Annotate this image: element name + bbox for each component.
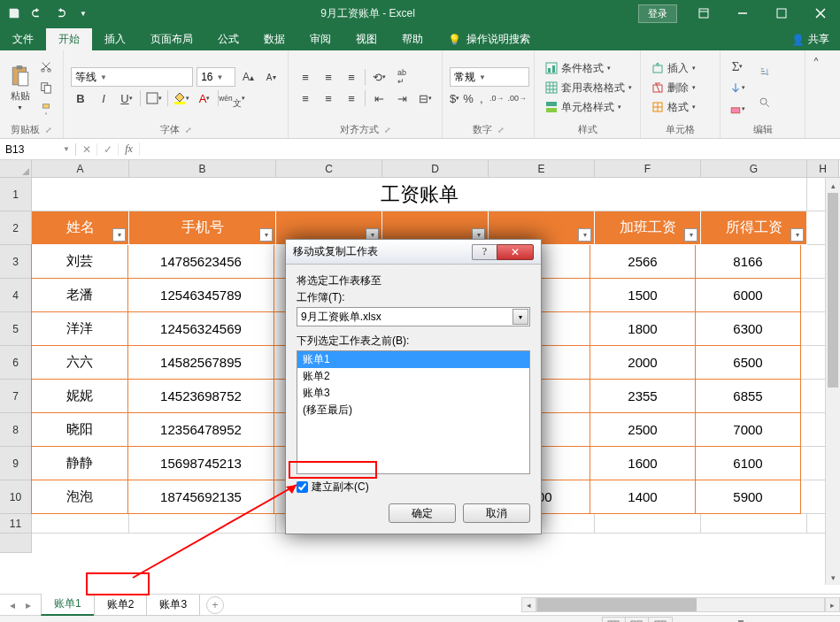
create-copy-checkbox[interactable] <box>297 481 308 493</box>
row-header[interactable]: 2 <box>0 211 32 245</box>
table-format-button[interactable]: 套用表格格式▾ <box>542 79 636 96</box>
sheet-tab[interactable]: 账单3 <box>146 595 200 616</box>
ok-button[interactable]: 确定 <box>389 503 456 523</box>
tab-formulas[interactable]: 公式 <box>205 28 251 50</box>
cell[interactable]: 2355 <box>590 379 696 413</box>
cancel-button[interactable]: 取消 <box>463 503 530 523</box>
dialog-help-button[interactable]: ? <box>472 244 497 260</box>
new-sheet-button[interactable]: + <box>206 596 224 614</box>
hscroll-right-button[interactable]: ▸ <box>825 597 840 612</box>
cell[interactable]: 18745692135 <box>127 480 274 514</box>
col-header-g[interactable]: G <box>701 160 807 177</box>
row-header[interactable]: 8 <box>0 413 32 447</box>
list-item[interactable]: (移至最后) <box>297 402 529 419</box>
col-header-e[interactable]: E <box>489 160 595 177</box>
tab-review[interactable]: 审阅 <box>297 28 343 50</box>
scroll-down-button[interactable]: ▾ <box>826 570 840 585</box>
cell[interactable]: 6000 <box>695 278 801 312</box>
cancel-formula-button[interactable]: ✕ <box>76 143 97 156</box>
wrap-text-button[interactable]: ab↵ <box>392 67 412 87</box>
cell[interactable]: 1500 <box>590 278 696 312</box>
font-size-combo[interactable]: 16▼ <box>197 67 235 87</box>
increase-indent-button[interactable]: ⇥ <box>392 88 412 108</box>
tell-me[interactable]: 💡 操作说明搜索 <box>435 28 543 50</box>
paste-button[interactable]: 粘贴 ▼ <box>7 58 33 117</box>
cell[interactable]: 2566 <box>590 244 696 279</box>
select-all-button[interactable] <box>0 160 32 177</box>
list-item[interactable]: 账单1 <box>297 351 529 368</box>
row-header[interactable]: 6 <box>0 346 32 380</box>
sheet-list[interactable]: 账单1 账单2 账单3 (移至最后) <box>297 350 530 474</box>
cell[interactable]: 2000 <box>590 345 696 380</box>
font-color-button[interactable]: A▾ <box>195 88 214 108</box>
tab-view[interactable]: 视图 <box>343 28 389 50</box>
table-header-cell[interactable]: 所得工资▾ <box>701 211 807 245</box>
hscroll-thumb[interactable] <box>537 598 697 611</box>
accounting-format-button[interactable]: $▾ <box>450 88 459 108</box>
fill-color-button[interactable]: ▾ <box>172 88 191 108</box>
sheet-nav-prev[interactable]: ◂ <box>5 599 19 611</box>
hscroll-left-button[interactable]: ◂ <box>521 597 536 612</box>
bold-button[interactable]: B <box>71 88 90 108</box>
enter-formula-button[interactable]: ✓ <box>97 143 119 156</box>
filter-arrow-icon[interactable]: ▾ <box>578 228 591 242</box>
maximize-button[interactable] <box>762 0 801 27</box>
minimize-button[interactable] <box>723 0 762 27</box>
cell[interactable]: 洋洋 <box>31 311 128 346</box>
row-header[interactable]: 1 <box>0 178 32 211</box>
row-header[interactable] <box>0 534 32 553</box>
cell[interactable]: 15698745213 <box>127 446 274 480</box>
insert-cells-button[interactable]: 插入▾ <box>648 59 699 77</box>
cell[interactable]: 6100 <box>695 446 801 480</box>
qat-customize[interactable]: ▼ <box>73 3 94 24</box>
scroll-up-button[interactable]: ▴ <box>826 178 840 193</box>
cell[interactable]: 5900 <box>695 480 801 514</box>
row-header[interactable]: 7 <box>0 380 32 413</box>
alignment-launcher[interactable]: ⤢ <box>384 126 391 134</box>
align-middle-button[interactable]: ≡ <box>319 67 338 87</box>
align-right-button[interactable]: ≡ <box>342 88 361 108</box>
cell[interactable] <box>595 514 701 534</box>
comma-button[interactable]: , <box>477 88 486 108</box>
row-header[interactable]: 10 <box>0 480 32 514</box>
autosum-button[interactable]: Σ▾ <box>728 57 747 76</box>
row-header[interactable]: 9 <box>0 447 32 480</box>
normal-view-button[interactable] <box>603 618 626 623</box>
cell[interactable]: 14582567895 <box>127 345 274 380</box>
cell[interactable]: 1800 <box>590 311 696 346</box>
font-launcher[interactable]: ⤢ <box>185 126 192 134</box>
clear-button[interactable]: ▾ <box>728 99 747 119</box>
merge-button[interactable]: ⊟▾ <box>415 88 435 108</box>
tab-home[interactable]: 开始 <box>46 28 92 50</box>
sheet-tab[interactable]: 账单2 <box>94 595 148 616</box>
cell[interactable]: 12356478952 <box>127 412 274 447</box>
align-left-button[interactable]: ≡ <box>296 88 315 108</box>
cell[interactable]: 7000 <box>695 412 801 447</box>
phonetic-button[interactable]: wén文▾ <box>222 88 242 108</box>
increase-font-button[interactable]: A▴ <box>239 67 258 87</box>
align-center-button[interactable]: ≡ <box>319 88 338 108</box>
cut-button[interactable] <box>36 57 56 76</box>
cell[interactable]: 12456324569 <box>127 311 274 346</box>
scroll-thumb[interactable] <box>828 193 838 388</box>
decrease-indent-button[interactable]: ⇤ <box>369 88 389 108</box>
filter-arrow-icon[interactable]: ▾ <box>684 228 697 242</box>
increase-decimal-button[interactable]: .0→ <box>489 88 505 108</box>
orientation-button[interactable]: ⟲▾ <box>369 67 389 87</box>
tab-page-layout[interactable]: 页面布局 <box>138 28 205 50</box>
copy-button[interactable] <box>36 78 56 97</box>
list-item[interactable]: 账单3 <box>297 385 529 402</box>
delete-cells-button[interactable]: 删除▾ <box>648 79 699 96</box>
page-layout-view-button[interactable] <box>626 618 649 623</box>
list-item[interactable]: 账单2 <box>297 368 529 385</box>
align-bottom-button[interactable]: ≡ <box>342 67 361 87</box>
horizontal-scrollbar[interactable] <box>536 597 825 612</box>
undo-button[interactable] <box>27 3 48 24</box>
save-button[interactable] <box>4 3 25 24</box>
collapse-ribbon-button[interactable]: ˄ <box>805 50 827 138</box>
cell[interactable]: 2500 <box>590 412 696 447</box>
cell[interactable]: 6500 <box>695 345 801 380</box>
workbook-combo[interactable]: 9月工资账单.xlsx ▾ <box>297 307 530 326</box>
format-cells-button[interactable]: 格式▾ <box>648 98 699 116</box>
tab-insert[interactable]: 插入 <box>92 28 138 50</box>
